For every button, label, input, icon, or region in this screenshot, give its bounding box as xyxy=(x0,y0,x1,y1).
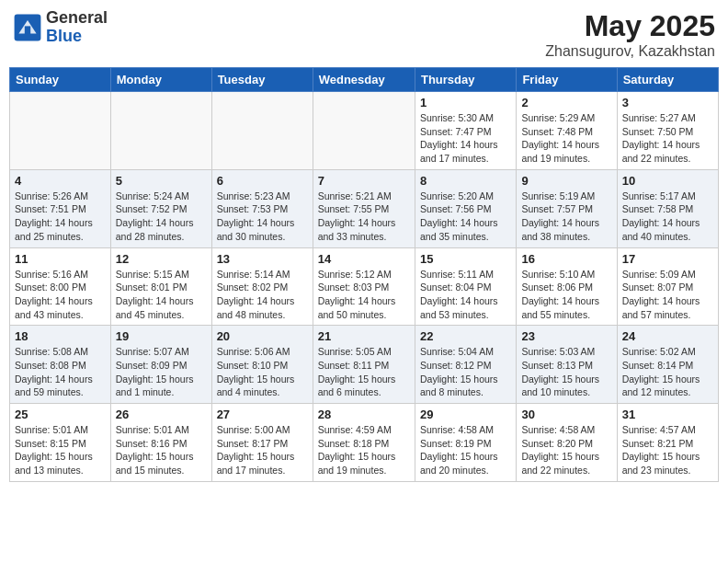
day-info: Sunrise: 5:26 AMSunset: 7:51 PMDaylight:… xyxy=(15,190,106,244)
calendar-cell: 24Sunrise: 5:02 AMSunset: 8:14 PMDayligh… xyxy=(617,326,718,404)
calendar-table: SundayMondayTuesdayWednesdayThursdayFrid… xyxy=(9,67,719,482)
logo-icon xyxy=(13,13,42,42)
day-info: Sunrise: 4:58 AMSunset: 8:20 PMDaylight:… xyxy=(521,423,611,477)
calendar-week-row: 18Sunrise: 5:08 AMSunset: 8:08 PMDayligh… xyxy=(10,326,719,404)
day-number: 11 xyxy=(15,252,106,266)
column-header-wednesday: Wednesday xyxy=(313,68,415,92)
calendar-cell: 23Sunrise: 5:03 AMSunset: 8:13 PMDayligh… xyxy=(517,326,617,404)
day-number: 16 xyxy=(521,252,611,266)
day-info: Sunrise: 5:03 AMSunset: 8:13 PMDaylight:… xyxy=(521,345,611,399)
day-info: Sunrise: 5:29 AMSunset: 7:48 PMDaylight:… xyxy=(521,111,611,166)
calendar-cell: 11Sunrise: 5:16 AMSunset: 8:00 PMDayligh… xyxy=(10,247,111,326)
day-info: Sunrise: 5:08 AMSunset: 8:08 PMDaylight:… xyxy=(15,345,106,399)
day-info: Sunrise: 4:57 AMSunset: 8:21 PMDaylight:… xyxy=(622,423,713,477)
calendar-cell: 4Sunrise: 5:26 AMSunset: 7:51 PMDaylight… xyxy=(10,169,111,247)
calendar-cell: 16Sunrise: 5:10 AMSunset: 8:06 PMDayligh… xyxy=(517,247,617,326)
calendar-cell: 7Sunrise: 5:21 AMSunset: 7:55 PMDaylight… xyxy=(313,169,415,247)
day-number: 3 xyxy=(622,96,713,109)
calendar-cell: 3Sunrise: 5:27 AMSunset: 7:50 PMDaylight… xyxy=(617,92,718,170)
calendar-week-row: 4Sunrise: 5:26 AMSunset: 7:51 PMDaylight… xyxy=(10,169,719,247)
logo: General Blue xyxy=(13,9,108,46)
day-info: Sunrise: 5:12 AMSunset: 8:03 PMDaylight:… xyxy=(318,268,410,322)
column-header-sunday: Sunday xyxy=(10,68,111,92)
calendar-cell: 15Sunrise: 5:11 AMSunset: 8:04 PMDayligh… xyxy=(415,247,516,326)
day-number: 27 xyxy=(217,408,308,421)
day-number: 15 xyxy=(420,252,511,266)
calendar-week-row: 11Sunrise: 5:16 AMSunset: 8:00 PMDayligh… xyxy=(10,247,719,326)
day-info: Sunrise: 4:59 AMSunset: 8:18 PMDaylight:… xyxy=(318,423,410,477)
day-info: Sunrise: 5:05 AMSunset: 8:11 PMDaylight:… xyxy=(318,345,410,399)
day-header-row: SundayMondayTuesdayWednesdayThursdayFrid… xyxy=(10,68,719,92)
column-header-friday: Friday xyxy=(517,68,617,92)
day-info: Sunrise: 5:09 AMSunset: 8:07 PMDaylight:… xyxy=(622,268,713,322)
calendar-cell xyxy=(110,92,211,170)
day-number: 17 xyxy=(622,252,713,266)
calendar-cell xyxy=(211,92,313,170)
calendar-cell: 9Sunrise: 5:19 AMSunset: 7:57 PMDaylight… xyxy=(517,169,617,247)
calendar-cell: 2Sunrise: 5:29 AMSunset: 7:48 PMDaylight… xyxy=(517,92,617,170)
day-number: 19 xyxy=(116,329,207,343)
column-header-thursday: Thursday xyxy=(415,68,516,92)
day-info: Sunrise: 5:10 AMSunset: 8:06 PMDaylight:… xyxy=(521,268,611,322)
column-header-saturday: Saturday xyxy=(617,68,718,92)
day-info: Sunrise: 5:23 AMSunset: 7:53 PMDaylight:… xyxy=(217,190,308,244)
day-info: Sunrise: 5:24 AMSunset: 7:52 PMDaylight:… xyxy=(116,190,207,244)
calendar-cell: 27Sunrise: 5:00 AMSunset: 8:17 PMDayligh… xyxy=(211,404,313,482)
day-number: 21 xyxy=(318,329,410,343)
day-number: 25 xyxy=(15,408,106,421)
day-number: 28 xyxy=(318,408,410,421)
day-info: Sunrise: 5:17 AMSunset: 7:58 PMDaylight:… xyxy=(622,190,713,244)
logo-text: General Blue xyxy=(46,9,108,46)
svg-rect-2 xyxy=(25,26,30,35)
day-info: Sunrise: 5:21 AMSunset: 7:55 PMDaylight:… xyxy=(318,190,410,244)
calendar-cell: 28Sunrise: 4:59 AMSunset: 8:18 PMDayligh… xyxy=(313,404,415,482)
calendar-week-row: 1Sunrise: 5:30 AMSunset: 7:47 PMDaylight… xyxy=(10,92,719,170)
calendar-week-row: 25Sunrise: 5:01 AMSunset: 8:15 PMDayligh… xyxy=(10,404,719,482)
location: Zhansugurov, Kazakhstan xyxy=(545,43,715,60)
calendar-cell: 21Sunrise: 5:05 AMSunset: 8:11 PMDayligh… xyxy=(313,326,415,404)
calendar-cell: 29Sunrise: 4:58 AMSunset: 8:19 PMDayligh… xyxy=(415,404,516,482)
title-block: May 2025 Zhansugurov, Kazakhstan xyxy=(545,9,715,60)
calendar-cell: 26Sunrise: 5:01 AMSunset: 8:16 PMDayligh… xyxy=(110,404,211,482)
day-number: 20 xyxy=(217,329,308,343)
day-info: Sunrise: 5:27 AMSunset: 7:50 PMDaylight:… xyxy=(622,111,713,166)
calendar-cell: 19Sunrise: 5:07 AMSunset: 8:09 PMDayligh… xyxy=(110,326,211,404)
day-info: Sunrise: 5:11 AMSunset: 8:04 PMDaylight:… xyxy=(420,268,511,322)
calendar-cell: 20Sunrise: 5:06 AMSunset: 8:10 PMDayligh… xyxy=(211,326,313,404)
day-number: 26 xyxy=(116,408,207,421)
day-number: 24 xyxy=(622,329,713,343)
day-info: Sunrise: 5:01 AMSunset: 8:15 PMDaylight:… xyxy=(15,423,106,477)
day-info: Sunrise: 5:06 AMSunset: 8:10 PMDaylight:… xyxy=(217,345,308,399)
day-info: Sunrise: 5:00 AMSunset: 8:17 PMDaylight:… xyxy=(217,423,308,477)
calendar-cell xyxy=(313,92,415,170)
day-info: Sunrise: 5:07 AMSunset: 8:09 PMDaylight:… xyxy=(116,345,207,399)
day-number: 2 xyxy=(521,96,611,109)
day-info: Sunrise: 5:02 AMSunset: 8:14 PMDaylight:… xyxy=(622,345,713,399)
day-number: 23 xyxy=(521,329,611,343)
day-info: Sunrise: 5:04 AMSunset: 8:12 PMDaylight:… xyxy=(420,345,511,399)
day-number: 10 xyxy=(622,174,713,188)
calendar-cell: 22Sunrise: 5:04 AMSunset: 8:12 PMDayligh… xyxy=(415,326,516,404)
day-number: 6 xyxy=(217,174,308,188)
day-info: Sunrise: 5:30 AMSunset: 7:47 PMDaylight:… xyxy=(420,111,511,166)
calendar-cell: 30Sunrise: 4:58 AMSunset: 8:20 PMDayligh… xyxy=(517,404,617,482)
day-number: 18 xyxy=(15,329,106,343)
day-info: Sunrise: 4:58 AMSunset: 8:19 PMDaylight:… xyxy=(420,423,511,477)
day-info: Sunrise: 5:19 AMSunset: 7:57 PMDaylight:… xyxy=(521,190,611,244)
page-header: General Blue May 2025 Zhansugurov, Kazak… xyxy=(9,9,719,60)
calendar-cell: 13Sunrise: 5:14 AMSunset: 8:02 PMDayligh… xyxy=(211,247,313,326)
day-info: Sunrise: 5:20 AMSunset: 7:56 PMDaylight:… xyxy=(420,190,511,244)
day-number: 1 xyxy=(420,96,511,109)
logo-general: General xyxy=(46,9,108,28)
day-number: 7 xyxy=(318,174,410,188)
calendar-cell: 10Sunrise: 5:17 AMSunset: 7:58 PMDayligh… xyxy=(617,169,718,247)
day-number: 14 xyxy=(318,252,410,266)
calendar-cell: 14Sunrise: 5:12 AMSunset: 8:03 PMDayligh… xyxy=(313,247,415,326)
day-info: Sunrise: 5:01 AMSunset: 8:16 PMDaylight:… xyxy=(116,423,207,477)
day-number: 22 xyxy=(420,329,511,343)
calendar-cell: 12Sunrise: 5:15 AMSunset: 8:01 PMDayligh… xyxy=(110,247,211,326)
calendar-cell: 31Sunrise: 4:57 AMSunset: 8:21 PMDayligh… xyxy=(617,404,718,482)
day-number: 31 xyxy=(622,408,713,421)
day-info: Sunrise: 5:14 AMSunset: 8:02 PMDaylight:… xyxy=(217,268,308,322)
day-number: 30 xyxy=(521,408,611,421)
